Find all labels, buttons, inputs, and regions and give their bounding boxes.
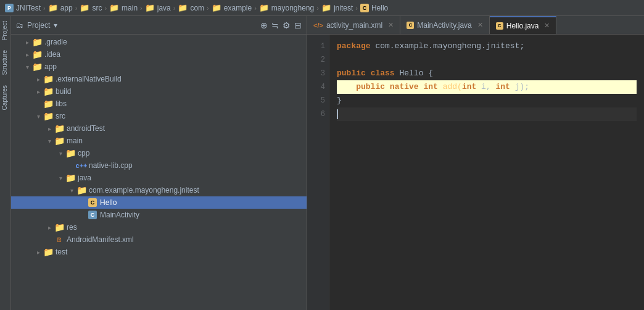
settings-icon[interactable]: ⚙ (283, 20, 291, 30)
folder-icon-package: 📁 (76, 185, 86, 195)
tree-label-cpp: cpp (78, 149, 89, 157)
class-icon-mainactivity: C (88, 210, 97, 220)
breadcrumb-label-app[interactable]: app (60, 4, 73, 12)
fn-add: add( (438, 80, 462, 94)
panel-dropdown-arrow[interactable]: ▾ (54, 21, 57, 30)
file-icon-cpp: c++ (76, 161, 86, 170)
param-i: i, (476, 80, 495, 94)
sidebar-tab-captures[interactable]: Captures (0, 80, 10, 115)
tree-item-native-lib[interactable]: c++ native-lib.cpp (11, 159, 307, 172)
tree-item-androidmanifest[interactable]: 🗎 AndroidManifest.xml (11, 233, 307, 246)
tree-label-app: app (44, 62, 57, 71)
code-line-4: public native int add( int i, int j); (337, 80, 637, 94)
tree-label-java: java (78, 174, 91, 182)
folder-icon-androidTest: 📁 (54, 124, 64, 133)
tab-close-activity-main[interactable]: ✕ (388, 21, 394, 29)
breadcrumb-label-src[interactable]: src (92, 4, 102, 12)
tree-label-androidTest: androidTest (67, 124, 105, 133)
tree-item-app[interactable]: 📁 app (11, 61, 307, 73)
code-line-2 (337, 53, 637, 67)
tree-item-libs[interactable]: 📁 libs (11, 98, 307, 110)
tab-close-hello[interactable]: ✕ (544, 22, 550, 30)
tab-hello-java[interactable]: C Hello.java ✕ (490, 16, 557, 34)
tree-arrow-idea (22, 51, 32, 58)
code-line-3: public class Hello { (337, 67, 637, 80)
kw-public: public (337, 67, 366, 80)
code-line-5: } (337, 94, 637, 107)
breadcrumb-label-java[interactable]: java (157, 4, 171, 12)
kw-public4: public (356, 80, 385, 94)
sidebar-tab-structure[interactable]: Structure (0, 45, 10, 80)
tree-arrow-app (22, 64, 32, 70)
tab-mainactivity-java[interactable]: C MainActivity.java ✕ (400, 16, 489, 34)
tab-icon-hello: C (496, 22, 503, 30)
tree-item-hello[interactable]: C Hello (11, 196, 307, 209)
code-line-6[interactable] (337, 107, 637, 121)
filter-icon[interactable]: ≒ (271, 20, 279, 30)
tree-item-externalNativeBuild[interactable]: 📁 .externalNativeBuild (11, 73, 307, 85)
breadcrumb-label-mayongheng[interactable]: mayongheng (271, 4, 314, 12)
tree-item-res[interactable]: 📁 res (11, 221, 307, 233)
breadcrumb-label-jnitest2[interactable]: jnitest (334, 4, 353, 12)
breadcrumb-label-com[interactable]: com (190, 4, 204, 12)
tab-close-mainactivity[interactable]: ✕ (477, 21, 483, 29)
tree-item-cpp[interactable]: 📁 cpp (11, 147, 307, 159)
breadcrumb-folder-icon8: 📁 (321, 3, 331, 12)
tree-item-mainactivity[interactable]: C MainActivity (11, 209, 307, 221)
left-side-tabs: Project Structure Captures (0, 16, 11, 310)
cursor (337, 109, 343, 119)
panel-icon: 🗂 (16, 21, 23, 30)
tab-icon-xml: </> (313, 22, 323, 29)
tree-item-gradle[interactable]: 📁 .gradle (11, 36, 307, 48)
breadcrumb-label-main[interactable]: main (122, 4, 138, 12)
tree-item-java[interactable]: 📁 java (11, 172, 307, 184)
tree-arrow-package (67, 187, 76, 194)
folder-icon-src: 📁 (43, 111, 53, 121)
class-name: Hello { (395, 67, 433, 80)
folder-icon-gradle: 📁 (32, 37, 42, 47)
param-j: j); (510, 80, 529, 94)
tree-arrow-src (33, 113, 43, 120)
folder-icon-cpp: 📁 (65, 148, 75, 158)
sidebar-tab-project[interactable]: Project (0, 16, 10, 45)
breadcrumb-label-hello[interactable]: Hello (371, 4, 388, 12)
tree-arrow-test (33, 249, 43, 256)
kw-class: class (371, 67, 395, 80)
tree-item-build[interactable]: 📁 build (11, 85, 307, 98)
sync-icon[interactable]: ⊕ (260, 20, 268, 30)
breadcrumb-label-jnitest[interactable]: JNITest (16, 4, 41, 12)
tab-activity-main-xml[interactable]: </> activity_main.xml ✕ (307, 16, 400, 34)
collapse-icon[interactable]: ⊟ (294, 20, 302, 30)
pkg-name: com.example.mayongheng.jnitest; (371, 40, 525, 53)
tree-item-src[interactable]: 📁 src (11, 110, 307, 122)
tree-item-idea[interactable]: 📁 .idea (11, 48, 307, 61)
tree-item-main[interactable]: 📁 main (11, 135, 307, 147)
tree-label-extNative: .externalNativeBuild (56, 75, 122, 83)
panel-title: 🗂 Project ▾ (16, 21, 57, 30)
tree-item-package[interactable]: 📁 com.example.mayongheng.jnitest (11, 184, 307, 196)
tree-arrow-cpp (56, 150, 65, 157)
breadcrumb-label-example[interactable]: example (224, 4, 252, 12)
code-content[interactable]: package com.example.mayongheng.jnitest; … (329, 35, 644, 310)
tree-item-androidTest[interactable]: 📁 androidTest (11, 122, 307, 135)
code-line-1: package com.example.mayongheng.jnitest; (337, 40, 637, 53)
tree-label-test: test (56, 248, 67, 256)
breadcrumb: P JNITest › 📁 app › 📁 src › 📁 main › 📁 j… (0, 0, 644, 16)
line-num-3: 3 (312, 67, 325, 80)
tree-item-test[interactable]: 📁 test (11, 246, 307, 258)
breadcrumb-folder-icon7: 📁 (259, 3, 269, 12)
tree-arrow-main (44, 138, 54, 145)
space4b (419, 80, 424, 94)
tree-arrow-java (56, 175, 65, 182)
folder-icon-extNative: 📁 (43, 74, 53, 84)
tree-label-libs: libs (56, 99, 67, 108)
folder-icon-java: 📁 (65, 173, 75, 183)
tree-arrow-build (33, 88, 43, 95)
breadcrumb-folder-icon4: 📁 (145, 3, 155, 12)
folder-icon-libs: 📁 (43, 99, 53, 109)
line-numbers: 1 2 3 4 5 6 (307, 35, 329, 310)
tree-label-gradle: .gradle (44, 38, 67, 46)
file-tree-panel: 🗂 Project ▾ ⊕ ≒ ⚙ ⊟ 📁 .gradle (11, 16, 307, 310)
space1 (366, 67, 371, 80)
tree-label-native-lib: native-lib.cpp (89, 161, 133, 170)
